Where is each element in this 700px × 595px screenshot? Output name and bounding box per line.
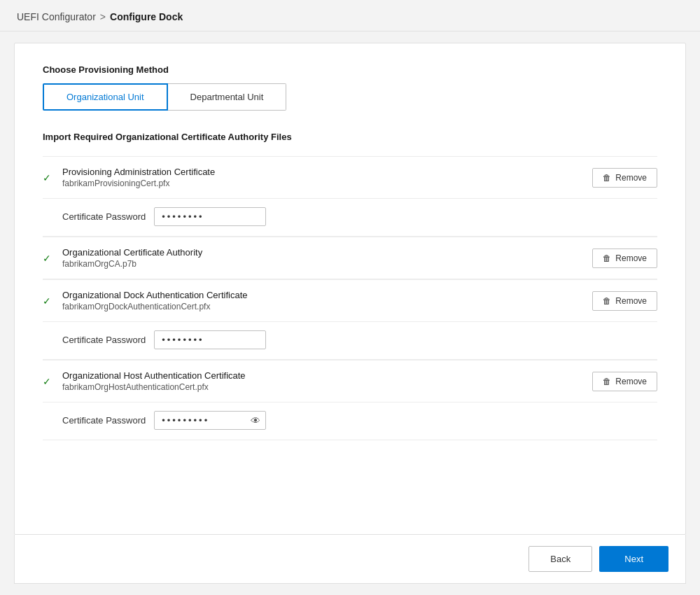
breadcrumb-separator: > (100, 11, 106, 22)
cert-file-dock-auth: fabrikamOrgDockAuthenticationCert.pfx (62, 302, 247, 312)
remove-label-org-ca: Remove (615, 253, 647, 263)
cert-row-dock-auth: ✓ Organizational Dock Authentication Cer… (43, 279, 657, 322)
tab-organizational-unit[interactable]: Organizational Unit (43, 83, 168, 111)
breadcrumb: UEFI Configurator > Configure Dock (0, 0, 700, 31)
check-icon-dock-auth: ✓ (43, 295, 54, 307)
cert-file-prov-admin: fabrikamProvisioningCert.pfx (62, 178, 215, 188)
remove-button-prov-admin[interactable]: 🗑 Remove (592, 168, 657, 188)
cert-item-host-auth: ✓ Organizational Host Authentication Cer… (43, 360, 657, 440)
remove-button-host-auth[interactable]: 🗑 Remove (592, 372, 657, 391)
remove-label-prov-admin: Remove (615, 173, 647, 183)
trash-icon-dock-auth: 🗑 (603, 296, 611, 306)
trash-icon-org-ca: 🗑 (603, 253, 611, 263)
footer: Back Next (14, 535, 686, 584)
cert-name-host-auth: Organizational Host Authentication Certi… (62, 370, 246, 381)
password-label-host-auth: Certificate Password (62, 415, 146, 426)
cert-row-prov-admin: ✓ Provisioning Administration Certificat… (43, 156, 657, 199)
provisioning-tab-group: Organizational Unit Departmental Unit (43, 83, 657, 111)
cert-row-host-auth: ✓ Organizational Host Authentication Cer… (43, 360, 657, 402)
cert-row-org-ca: ✓ Organizational Certificate Authority f… (43, 237, 657, 279)
cert-name-prov-admin: Provisioning Administration Certificate (62, 167, 215, 177)
remove-label-dock-auth: Remove (615, 296, 647, 306)
password-input-prov-admin[interactable] (154, 207, 266, 226)
cert-name-org-ca: Organizational Certificate Authority (62, 247, 202, 258)
provisioning-method-label: Choose Provisioning Method (43, 64, 657, 75)
remove-label-host-auth: Remove (615, 377, 647, 386)
trash-icon-prov-admin: 🗑 (603, 173, 611, 183)
breadcrumb-parent[interactable]: UEFI Configurator (17, 11, 96, 22)
back-button[interactable]: Back (528, 546, 592, 572)
cert-name-dock-auth: Organizational Dock Authentication Certi… (62, 290, 247, 300)
password-label-prov-admin: Certificate Password (62, 211, 146, 222)
cert-item-org-ca: ✓ Organizational Certificate Authority f… (43, 237, 657, 279)
cert-item-dock-auth: ✓ Organizational Dock Authentication Cer… (43, 279, 657, 360)
password-input-dock-auth[interactable] (154, 330, 266, 349)
check-icon-prov-admin: ✓ (43, 172, 54, 183)
next-button[interactable]: Next (599, 546, 668, 572)
main-panel: Choose Provisioning Method Organizationa… (14, 43, 686, 535)
import-section-label: Import Required Organizational Certifica… (43, 132, 657, 142)
check-icon-host-auth: ✓ (43, 376, 54, 387)
trash-icon-host-auth: 🗑 (603, 377, 611, 386)
password-row-dock-auth: Certificate Password (43, 322, 657, 360)
password-label-dock-auth: Certificate Password (62, 335, 146, 345)
password-row-host-auth: Certificate Password 👁 (43, 402, 657, 440)
password-input-host-auth[interactable] (154, 411, 266, 430)
check-icon-org-ca: ✓ (43, 253, 54, 264)
cert-file-host-auth: fabrikamOrgHostAuthenticationCert.pfx (62, 382, 246, 392)
remove-button-org-ca[interactable]: 🗑 Remove (592, 248, 657, 268)
cert-file-org-ca: fabrikamOrgCA.p7b (62, 259, 202, 269)
password-row-prov-admin: Certificate Password (43, 199, 657, 237)
scroll-area[interactable]: Choose Provisioning Method Organizationa… (15, 43, 685, 534)
remove-button-dock-auth[interactable]: 🗑 Remove (592, 291, 657, 311)
eye-icon-host-auth[interactable]: 👁 (251, 415, 260, 426)
breadcrumb-current: Configure Dock (110, 11, 183, 22)
cert-item-prov-admin: ✓ Provisioning Administration Certificat… (43, 156, 657, 237)
tab-departmental-unit[interactable]: Departmental Unit (168, 83, 287, 111)
